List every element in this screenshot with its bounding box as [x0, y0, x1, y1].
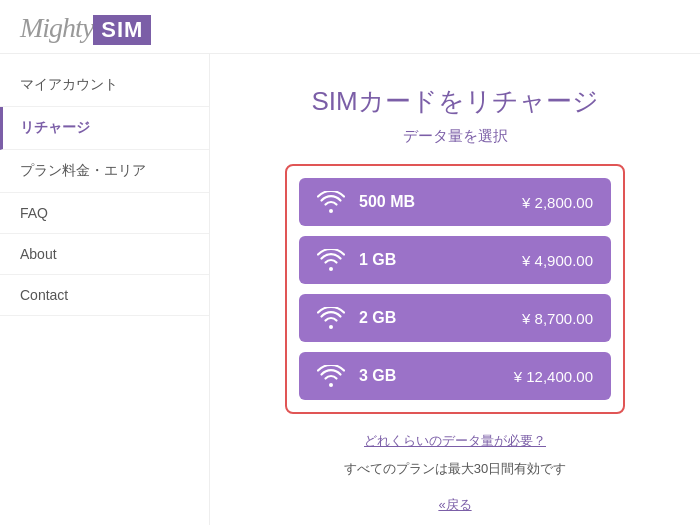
wifi-icon [317, 365, 345, 387]
back-link[interactable]: «戻る [438, 496, 471, 514]
plan-price-2gb: ¥ 8,700.00 [522, 310, 593, 327]
plan-label-1gb: 1 GB [359, 251, 522, 269]
plan-label-500mb: 500 MB [359, 193, 522, 211]
header: Mighty SIM [0, 0, 700, 54]
plan-label-3gb: 3 GB [359, 367, 514, 385]
sidebar-item-my-account[interactable]: マイアカウント [0, 64, 209, 107]
sidebar-item-about[interactable]: About [0, 234, 209, 275]
sidebar-item-contact[interactable]: Contact [0, 275, 209, 316]
plan-price-500mb: ¥ 2,800.00 [522, 194, 593, 211]
sidebar-item-faq[interactable]: FAQ [0, 193, 209, 234]
content-area: SIMカードをリチャージ データ量を選択 500 MB ¥ 2,800.00 [210, 54, 700, 525]
sidebar-item-plan-area[interactable]: プラン料金・エリア [0, 150, 209, 193]
logo-sim: SIM [93, 15, 151, 45]
plans-container: 500 MB ¥ 2,800.00 1 GB ¥ 4,900.00 [285, 164, 625, 414]
wifi-icon [317, 307, 345, 329]
plan-button-500mb[interactable]: 500 MB ¥ 2,800.00 [299, 178, 611, 226]
logo-mighty: Mighty [20, 12, 93, 44]
wifi-icon [317, 249, 345, 271]
plan-price-3gb: ¥ 12,400.00 [514, 368, 593, 385]
sidebar-item-recharge[interactable]: リチャージ [0, 107, 209, 150]
data-need-link[interactable]: どれくらいのデータ量が必要？ [364, 432, 546, 450]
main-layout: マイアカウント リチャージ プラン料金・エリア FAQ About Contac… [0, 54, 700, 525]
wifi-icon [317, 191, 345, 213]
page-title: SIMカードをリチャージ [311, 84, 598, 119]
plan-label-2gb: 2 GB [359, 309, 522, 327]
plan-button-1gb[interactable]: 1 GB ¥ 4,900.00 [299, 236, 611, 284]
plan-button-3gb[interactable]: 3 GB ¥ 12,400.00 [299, 352, 611, 400]
section-subtitle: データ量を選択 [403, 127, 508, 146]
plan-button-2gb[interactable]: 2 GB ¥ 8,700.00 [299, 294, 611, 342]
validity-text: すべてのプランは最大30日間有効です [344, 460, 566, 478]
sidebar: マイアカウント リチャージ プラン料金・エリア FAQ About Contac… [0, 54, 210, 525]
plan-price-1gb: ¥ 4,900.00 [522, 252, 593, 269]
logo: Mighty SIM [20, 12, 151, 45]
